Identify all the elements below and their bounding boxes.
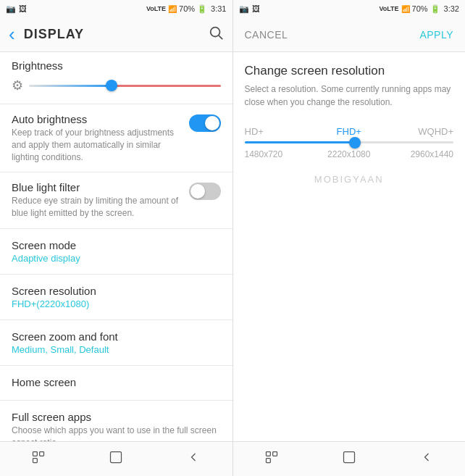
full-screen-apps-item[interactable]: Full screen apps Choose which apps you w…	[0, 401, 232, 441]
battery-icon-left: 🔋	[197, 4, 207, 14]
page-title: DISPLAY	[24, 27, 208, 42]
image-icon: 🖼	[19, 4, 27, 13]
resolution-track-fill	[245, 141, 360, 143]
cancel-button[interactable]: CANCEL	[245, 29, 288, 41]
svg-rect-2	[33, 452, 38, 456]
svg-rect-5	[111, 452, 122, 463]
left-toolbar: ‹ DISPLAY	[0, 17, 232, 52]
battery-percent-right: 70%	[412, 4, 428, 13]
resolution-values-row: 1480x720 2220x1080 2960x1440	[245, 149, 454, 159]
svg-line-1	[219, 36, 222, 39]
svg-rect-3	[33, 459, 38, 463]
volte-icon: VoLTE	[146, 5, 166, 12]
resolution-desc: Select a resolution. Some currently runn…	[245, 83, 454, 109]
apply-button[interactable]: APPLY	[419, 29, 453, 41]
svg-rect-4	[40, 452, 44, 456]
brightness-thumb	[106, 80, 117, 91]
right-status-bar: 📷 🖼 VoLTE 📶 70% 🔋 3:32	[233, 0, 466, 17]
screen-resolution-subtitle: FHD+(2220x1080)	[12, 298, 221, 309]
recent-apps-button[interactable]	[31, 450, 46, 468]
resolution-title: Change screen resolution	[245, 64, 454, 78]
screen-mode-item[interactable]: Screen mode Adaptive display	[0, 229, 232, 275]
left-status-bar: 📷 🖼 VoLTE 📶 70% 🔋 3:31	[0, 0, 232, 17]
signal-icon: 📶	[168, 5, 177, 13]
time-right: 3:32	[444, 4, 459, 13]
blue-light-title: Blue light filter	[12, 181, 180, 193]
home-button[interactable]	[109, 450, 123, 468]
camera-icon-right: 📷	[239, 4, 249, 14]
screen-zoom-subtitle: Medium, Small, Default	[12, 344, 221, 355]
right-status-right: VoLTE 📶 70% 🔋 3:32	[379, 4, 459, 14]
toggle-knob-2	[190, 184, 205, 199]
settings-list: Brightness ⚙ Auto brightness Keep track …	[0, 52, 232, 441]
screen-mode-title: Screen mode	[12, 239, 221, 251]
svg-rect-6	[266, 452, 270, 456]
right-bottom-nav	[233, 441, 466, 476]
battery-percent-left: 70%	[179, 4, 195, 13]
auto-brightness-title: Auto brightness	[12, 113, 180, 125]
watermark: MOBIGYAAN	[245, 159, 454, 192]
screen-resolution-title: Screen resolution	[12, 285, 221, 297]
right-status-icons: 📷 🖼	[239, 4, 260, 14]
screen-zoom-title: Screen zoom and font	[12, 330, 221, 343]
blue-light-desc: Reduce eye strain by limiting the amount…	[12, 195, 180, 220]
svg-rect-7	[266, 459, 270, 463]
recent-apps-button-right[interactable]	[264, 450, 279, 468]
screen-resolution-item[interactable]: Screen resolution FHD+(2220x1080)	[0, 275, 232, 320]
resolution-label-fhd: FHD+	[314, 126, 384, 137]
auto-brightness-desc: Keep track of your brightness adjustment…	[12, 127, 180, 163]
svg-point-0	[210, 28, 219, 37]
blue-light-filter-row[interactable]: Blue light filter Reduce eye strain by l…	[0, 172, 232, 229]
resolution-thumb[interactable]	[349, 137, 361, 149]
volte-icon-right: VoLTE	[379, 5, 398, 12]
full-screen-title: Full screen apps	[12, 411, 221, 423]
screen-zoom-item[interactable]: Screen zoom and font Medium, Small, Defa…	[0, 320, 232, 366]
resolution-label-hd: HD+	[245, 126, 314, 137]
brightness-slider[interactable]	[29, 85, 221, 87]
full-screen-desc: Choose which apps you want to use in the…	[12, 425, 221, 441]
home-screen-title: Home screen	[12, 376, 221, 388]
image-icon-right: 🖼	[252, 4, 260, 13]
right-panel: 📷 🖼 VoLTE 📶 70% 🔋 3:32 CANCEL APPLY Chan…	[233, 0, 466, 476]
camera-icon: 📷	[6, 4, 16, 14]
home-button-right[interactable]	[342, 450, 356, 468]
blue-light-toggle[interactable]	[189, 183, 221, 200]
back-nav-button[interactable]	[186, 450, 201, 468]
left-status-right: VoLTE 📶 70% 🔋 3:31	[146, 4, 227, 14]
right-toolbar: CANCEL APPLY	[233, 17, 466, 52]
resolution-value-hd: 1480x720	[245, 149, 314, 159]
resolution-value-fhd: 2220x1080	[314, 149, 384, 159]
brightness-icon: ⚙	[12, 78, 23, 93]
screen-mode-subtitle: Adaptive display	[12, 253, 221, 264]
left-panel: 📷 🖼 VoLTE 📶 70% 🔋 3:31 ‹ DISPLAY Brightn…	[0, 0, 232, 476]
auto-brightness-text: Auto brightness Keep track of your brigh…	[12, 113, 180, 163]
brightness-label: Brightness	[12, 59, 221, 72]
resolution-labels-row: HD+ FHD+ WQHD+	[245, 126, 454, 137]
resolution-slider-container[interactable]	[245, 141, 454, 143]
battery-icon-right: 🔋	[430, 4, 440, 14]
resolution-value-wqhd: 2960x1440	[384, 149, 453, 159]
left-status-icons: 📷 🖼	[6, 4, 27, 14]
resolution-track	[245, 141, 454, 143]
back-button[interactable]: ‹	[9, 23, 15, 46]
brightness-section: Brightness ⚙	[0, 52, 232, 104]
auto-brightness-row[interactable]: Auto brightness Keep track of your brigh…	[0, 104, 232, 172]
left-bottom-nav	[0, 441, 232, 476]
resolution-label-wqhd: WQHD+	[384, 126, 453, 137]
home-screen-item[interactable]: Home screen	[0, 366, 232, 401]
toggle-knob	[205, 116, 219, 130]
svg-rect-9	[343, 452, 354, 463]
time-left: 3:31	[211, 4, 226, 13]
blue-light-text: Blue light filter Reduce eye strain by l…	[12, 181, 180, 220]
svg-rect-8	[273, 452, 277, 456]
signal-icon-right: 📶	[401, 5, 410, 13]
back-nav-button-right[interactable]	[419, 450, 434, 468]
auto-brightness-toggle[interactable]	[189, 114, 221, 132]
brightness-row: ⚙	[12, 78, 221, 93]
resolution-content: Change screen resolution Select a resolu…	[233, 52, 466, 441]
search-icon[interactable]	[208, 25, 224, 44]
